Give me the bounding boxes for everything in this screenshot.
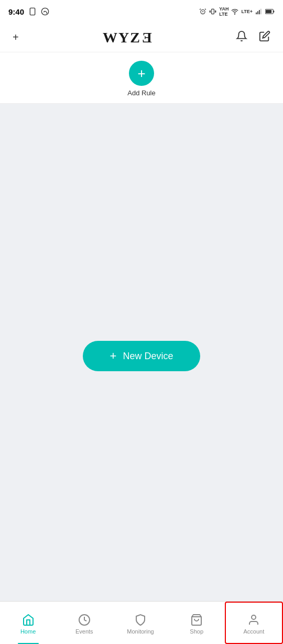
nav-account-label: Account bbox=[244, 628, 265, 635]
account-icon bbox=[247, 614, 260, 626]
add-button[interactable]: + bbox=[10, 29, 21, 46]
svg-line-5 bbox=[205, 9, 206, 10]
shazam-icon bbox=[41, 7, 49, 16]
nav-item-monitoring[interactable]: Monitoring bbox=[112, 602, 168, 644]
main-content: + New Device bbox=[0, 104, 283, 608]
notifications-button[interactable] bbox=[234, 28, 249, 47]
new-device-button[interactable]: + New Device bbox=[83, 341, 201, 371]
add-rule-plus-icon: + bbox=[137, 66, 145, 80]
header: + WYZE bbox=[0, 23, 283, 52]
header-left: + bbox=[10, 29, 21, 46]
status-bar-right: YAHLTE LTE+ bbox=[199, 6, 275, 17]
svg-rect-14 bbox=[259, 10, 260, 14]
events-icon bbox=[78, 614, 91, 626]
shop-icon bbox=[190, 614, 203, 626]
nav-events-label: Events bbox=[75, 628, 93, 635]
add-rule-button[interactable]: + bbox=[129, 61, 154, 86]
wyze-logo: WYZE bbox=[103, 29, 152, 46]
nav-item-events[interactable]: Events bbox=[56, 602, 112, 644]
svg-rect-13 bbox=[257, 11, 258, 14]
nav-shop-label: Shop bbox=[190, 628, 203, 635]
nav-home-label: Home bbox=[20, 628, 36, 635]
nav-item-home[interactable]: Home bbox=[0, 602, 56, 644]
svg-rect-12 bbox=[256, 13, 257, 15]
wifi-icon bbox=[231, 8, 238, 15]
svg-rect-15 bbox=[260, 9, 262, 15]
time-display: 9:40 bbox=[8, 7, 24, 16]
phone-icon bbox=[28, 7, 37, 16]
svg-rect-17 bbox=[266, 10, 271, 13]
svg-line-4 bbox=[200, 9, 201, 10]
monitoring-icon bbox=[134, 614, 147, 626]
status-bar-left: 9:40 bbox=[8, 7, 49, 16]
edit-icon bbox=[259, 30, 270, 42]
add-rule-label: Add Rule bbox=[127, 89, 155, 97]
signal-icon bbox=[255, 8, 263, 15]
new-device-plus-icon: + bbox=[110, 350, 117, 362]
alarm-icon bbox=[199, 8, 206, 15]
header-right bbox=[234, 28, 273, 47]
lte-text: LTE+ bbox=[241, 9, 253, 14]
add-rule-area: + Add Rule bbox=[0, 52, 283, 104]
status-bar: 9:40 YAHLTE bbox=[0, 0, 283, 23]
svg-point-21 bbox=[252, 615, 256, 619]
bottom-nav: Home Events Monitoring Shop Account bbox=[0, 601, 283, 644]
svg-rect-0 bbox=[30, 8, 35, 15]
svg-rect-6 bbox=[212, 9, 214, 14]
battery-icon bbox=[265, 8, 275, 15]
vibrate-icon bbox=[209, 8, 216, 15]
edit-button[interactable] bbox=[257, 28, 273, 47]
new-device-label: New Device bbox=[123, 351, 173, 362]
home-icon bbox=[22, 614, 35, 626]
bell-icon bbox=[236, 30, 247, 42]
carrier-text: YAHLTE bbox=[219, 6, 228, 17]
nav-monitoring-label: Monitoring bbox=[127, 628, 154, 635]
nav-item-shop[interactable]: Shop bbox=[169, 602, 225, 644]
nav-item-account[interactable]: Account bbox=[225, 602, 283, 644]
svg-rect-18 bbox=[273, 10, 274, 12]
svg-point-11 bbox=[235, 14, 235, 14]
